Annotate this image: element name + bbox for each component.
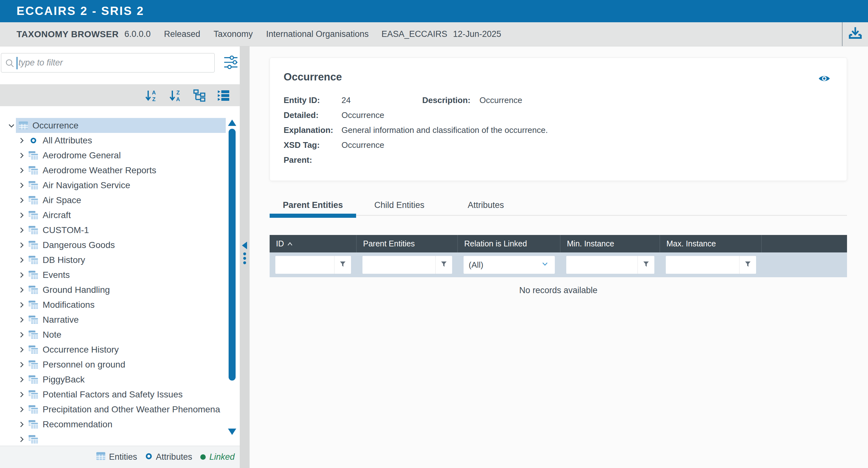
filter-input[interactable] (666, 256, 739, 274)
chevron-right-icon[interactable] (17, 241, 26, 249)
filter-input[interactable] (275, 256, 334, 274)
chevron-right-icon[interactable] (17, 286, 26, 294)
column-header-min-instance[interactable]: Min. Instance (561, 235, 660, 252)
tree-item-air-navigation-service[interactable]: Air Navigation Service (0, 178, 240, 193)
chevron-right-icon[interactable] (17, 211, 26, 219)
tree-item-dangerous-goods[interactable]: Dangerous Goods (0, 238, 240, 252)
filter-button[interactable] (334, 256, 351, 274)
filter-button[interactable] (435, 256, 452, 274)
download-button[interactable] (842, 22, 868, 46)
tab-parent-entities[interactable]: Parent Entities (270, 195, 356, 215)
chevron-right-icon[interactable] (17, 346, 26, 354)
chevron-right-icon[interactable] (17, 151, 26, 160)
filter-button[interactable] (638, 256, 654, 274)
tree-item-piggyback[interactable]: PiggyBack (0, 372, 240, 387)
tree-item-occurrence[interactable]: Occurrence (0, 118, 240, 133)
entity-tables-icon (28, 255, 38, 265)
filter-select[interactable]: (All) (464, 256, 555, 274)
filter-button[interactable] (739, 256, 756, 274)
tree-item-events[interactable]: Events (0, 268, 240, 282)
chevron-right-icon[interactable] (17, 166, 26, 175)
panel-splitter[interactable] (240, 46, 250, 468)
relations-table: IDParent EntitiesRelation is LinkedMin. … (270, 235, 847, 295)
tree-item-custom-1[interactable]: CUSTOM-1 (0, 223, 240, 238)
chevron-right-icon[interactable] (17, 256, 26, 264)
scroll-down-icon[interactable] (228, 429, 236, 435)
tree-item-aircraft[interactable]: Aircraft (0, 208, 240, 223)
chevron-right-icon[interactable] (17, 375, 26, 384)
taxonomy-type-selector[interactable]: Taxonomy (214, 29, 253, 39)
tree-item-note[interactable]: Note (0, 327, 240, 342)
sort-ascending-icon (286, 241, 293, 247)
tree-item-potential-factors-and-safety-issues[interactable]: Potential Factors and Safety Issues (0, 387, 240, 402)
taxonomy-name-selector[interactable]: EASA_ECCAIRS (381, 29, 447, 39)
entity-tables-icon (28, 315, 38, 325)
detailed-value: Occurrence (341, 110, 833, 120)
chevron-right-icon[interactable] (17, 405, 26, 414)
hierarchy-view-icon[interactable] (193, 89, 206, 102)
collapse-sidebar-icon[interactable] (242, 242, 247, 249)
tree-item-narrative[interactable]: Narrative (0, 312, 240, 327)
tree-item-personnel-on-ground[interactable]: Personnel on ground (0, 357, 240, 372)
scroll-up-icon[interactable] (228, 120, 236, 126)
chevron-right-icon[interactable] (17, 331, 26, 339)
column-header-relation-is-linked[interactable]: Relation is Linked (458, 235, 561, 252)
column-header-max-instance[interactable]: Max. Instance (660, 235, 762, 252)
filter-cell-blank (762, 252, 847, 277)
release-status-selector[interactable]: Released (164, 29, 200, 39)
tree-item-label: Air Navigation Service (42, 180, 130, 190)
tree-item-all-attributes[interactable]: All Attributes (0, 133, 240, 148)
expand-list-icon[interactable] (217, 89, 230, 102)
chevron-right-icon[interactable] (17, 316, 26, 324)
filter-cell-id (270, 252, 357, 277)
sort-alpha-desc-icon[interactable]: Z A (169, 89, 182, 102)
chevron-down-icon[interactable] (7, 121, 16, 130)
scrollbar-thumb[interactable] (228, 129, 236, 381)
chevron-right-icon[interactable] (17, 361, 26, 369)
tree-item-label: Precipitation and Other Weather Phenomen… (42, 404, 220, 414)
entity-tables-icon (28, 300, 38, 310)
chevron-right-icon[interactable] (17, 226, 26, 234)
filter-settings-button[interactable] (223, 54, 239, 70)
filter-input[interactable] (566, 256, 638, 274)
entity-tables-icon (28, 210, 38, 220)
tree-item-aerodrome-weather-reports[interactable]: Aerodrome Weather Reports (0, 163, 240, 178)
svg-text:A: A (152, 90, 156, 96)
tree-item-label: Modifications (42, 300, 94, 310)
filter-input[interactable] (363, 256, 435, 274)
chevron-right-icon[interactable] (17, 301, 26, 309)
chevron-right-icon[interactable] (17, 420, 26, 429)
tree-item-aerodrome-general[interactable]: Aerodrome General (0, 148, 240, 163)
tree-item-precipitation-and-other-weather-phenomena[interactable]: Precipitation and Other Weather Phenomen… (0, 402, 240, 417)
entity-tables-icon (28, 404, 38, 414)
chevron-right-icon[interactable] (17, 271, 26, 279)
tree-scrollbar[interactable] (228, 106, 236, 446)
search-input[interactable] (18, 54, 210, 71)
tree-item-ground-handling[interactable]: Ground Handling (0, 282, 240, 297)
splitter-drag-handle-icon[interactable] (243, 252, 246, 266)
entity-fields: Entity ID: 24 Description: Occurrence De… (284, 93, 833, 167)
tree-item-air-space[interactable]: Air Space (0, 193, 240, 208)
eye-icon[interactable] (818, 74, 830, 84)
chevron-right-icon[interactable] (17, 196, 26, 205)
organisation-selector[interactable]: International Organisations (266, 29, 369, 39)
column-header-parent-entities[interactable]: Parent Entities (357, 235, 458, 252)
tree-item-modifications[interactable]: Modifications (0, 297, 240, 312)
tree-item-blank[interactable] (0, 432, 240, 446)
chevron-right-icon[interactable] (17, 181, 26, 189)
tree-item-recommendation[interactable]: Recommendation (0, 417, 240, 432)
column-header-id[interactable]: ID (270, 235, 357, 252)
chevron-right-icon[interactable] (17, 136, 26, 145)
toolbar: TAXONOMY BROWSER 6.0.0.0 Released Taxono… (0, 22, 868, 46)
tree-legend-bar: Entities Attributes Linked (0, 446, 240, 468)
attribute-circle-icon (28, 137, 38, 144)
tree-item-occurrence-history[interactable]: Occurrence History (0, 342, 240, 357)
tab-attributes[interactable]: Attributes (442, 195, 529, 215)
tree-item-label: Events (42, 270, 70, 280)
chevron-right-icon[interactable] (17, 391, 26, 399)
entity-tables-icon (28, 360, 38, 370)
sort-alpha-asc-icon[interactable]: A Z (145, 89, 157, 102)
tab-child-entities[interactable]: Child Entities (356, 195, 442, 215)
tree-item-db-history[interactable]: DB History (0, 252, 240, 268)
chevron-right-icon[interactable] (17, 435, 26, 443)
